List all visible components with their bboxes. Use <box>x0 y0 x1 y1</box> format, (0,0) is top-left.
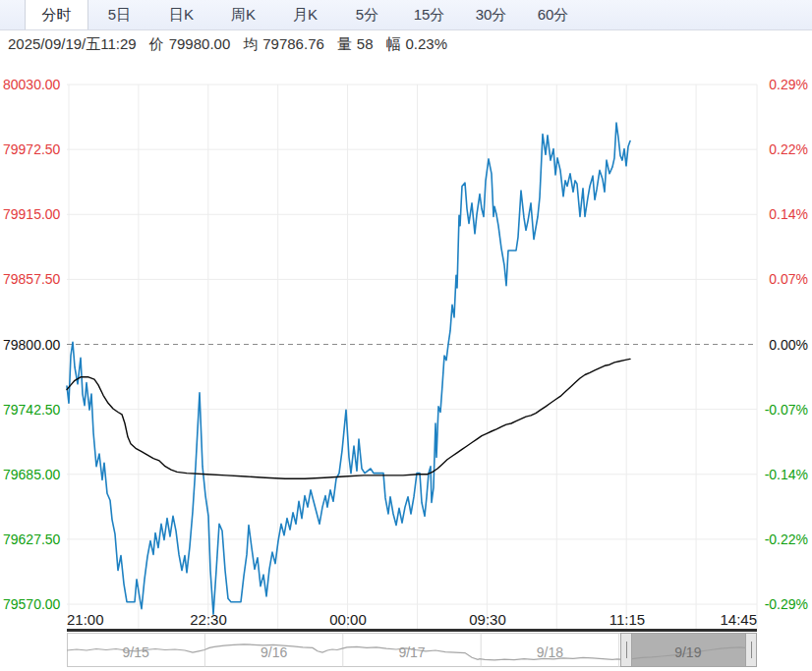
period-tab-0[interactable]: 分时 <box>25 0 88 29</box>
x-axis-label: 11:15 <box>609 611 645 628</box>
y-axis-label-right: -0.14% <box>761 467 808 482</box>
avg-value: 79786.76 <box>262 35 324 52</box>
y-axis-label-left: 79972.50 <box>3 141 64 157</box>
x-axis-label: 00:00 <box>329 611 367 628</box>
range-label: 幅 <box>386 35 401 52</box>
y-axis-label-right: 0.29% <box>761 77 808 92</box>
nav-handle-right-icon[interactable] <box>745 633 757 667</box>
y-axis-label-right: 0.00% <box>761 337 808 353</box>
y-axis-label-right: -0.29% <box>761 596 808 612</box>
volume-label: 量 <box>337 35 352 52</box>
period-tab-4[interactable]: 月K <box>274 0 336 29</box>
y-axis-label-left: 79742.50 <box>3 402 64 418</box>
y-axis-label-right: -0.22% <box>761 531 808 547</box>
price-group: 价79980.00 <box>149 35 231 54</box>
period-tab-1[interactable]: 5日 <box>88 0 150 29</box>
nav-day-label-9-15[interactable]: 9/15 <box>123 644 149 660</box>
period-tabbar: 分时5日日K周K月K5分15分30分60分 <box>0 0 812 30</box>
period-tab-5[interactable]: 5分 <box>336 0 398 29</box>
volume-group: 量58 <box>337 35 374 54</box>
y-axis-label-left: 79685.00 <box>3 467 64 482</box>
price-value: 79980.00 <box>169 35 231 52</box>
nav-handle-left-icon[interactable] <box>620 633 632 667</box>
y-axis-label-left: 79800.00 <box>3 337 64 353</box>
range-group: 幅0.23% <box>386 35 448 54</box>
y-axis-label-left: 79915.00 <box>3 206 64 222</box>
x-axis-label: 14:45 <box>714 611 757 628</box>
period-tab-6[interactable]: 15分 <box>398 0 460 29</box>
x-axis-label: 09:30 <box>469 611 506 628</box>
y-axis-label-left: 79570.00 <box>3 596 64 612</box>
chart-canvas <box>0 0 812 671</box>
y-axis-label-right: 0.22% <box>761 141 808 157</box>
nav-day-label-9-17[interactable]: 9/17 <box>398 644 425 660</box>
quote-datetime: 2025/09/19/五11:29 <box>8 35 137 54</box>
period-tab-7[interactable]: 30分 <box>460 0 522 29</box>
x-axis-label: 22:30 <box>190 611 227 628</box>
y-axis-label-right: -0.07% <box>761 402 808 418</box>
period-tab-8[interactable]: 60分 <box>522 0 584 29</box>
volume-value: 58 <box>357 35 374 52</box>
intraday-chart-app: 分时5日日K周K月K5分15分30分60分 2025/09/19/五11:29 … <box>0 0 812 671</box>
y-axis-label-left: 79857.50 <box>3 271 64 287</box>
price-line <box>67 123 630 614</box>
period-tab-2[interactable]: 日K <box>150 0 212 29</box>
nav-day-label-9-16[interactable]: 9/16 <box>261 644 287 660</box>
nav-day-label-9-18[interactable]: 9/18 <box>537 644 563 660</box>
price-label: 价 <box>149 35 164 52</box>
period-tab-3[interactable]: 周K <box>212 0 274 29</box>
range-value: 0.23% <box>406 35 448 52</box>
x-axis-label: 21:00 <box>67 611 104 628</box>
y-axis-label-right: 0.14% <box>761 206 808 222</box>
avg-group: 均79786.76 <box>243 35 324 54</box>
y-axis-label-left: 79627.50 <box>3 531 64 547</box>
average-line <box>67 359 630 478</box>
y-axis-label-right: 0.07% <box>761 271 808 287</box>
quote-infobar: 2025/09/19/五11:29 价79980.00 均79786.76 量5… <box>0 30 812 59</box>
nav-day-label-9-19[interactable]: 9/19 <box>674 644 701 660</box>
y-axis-label-left: 80030.00 <box>3 77 64 92</box>
avg-label: 均 <box>243 35 258 52</box>
